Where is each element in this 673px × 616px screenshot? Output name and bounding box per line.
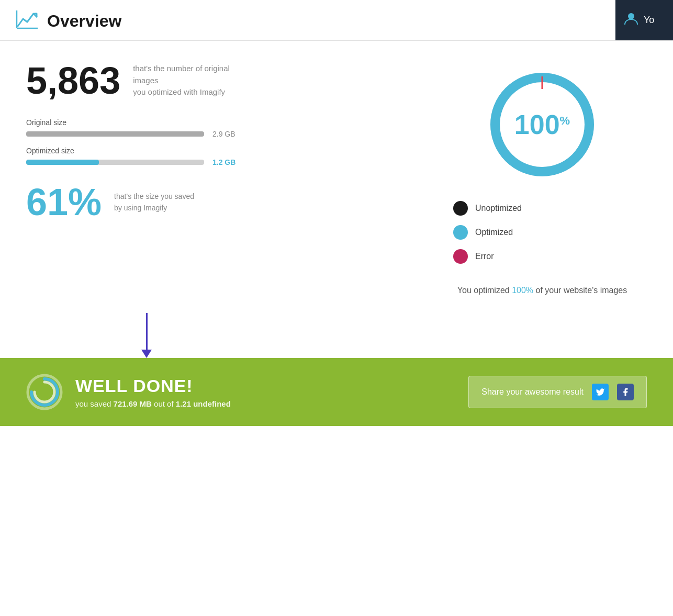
right-panel: 100% Unoptimized Optimized Error You opt… [443,62,642,297]
user-avatar-icon [624,11,638,29]
original-size-bar [26,131,204,137]
original-size-bar-row: 2.9 GB [26,130,411,138]
header: Overview Yo [0,0,673,41]
image-count-number: 5,863 [26,62,120,99]
main-content: 5,863 that's the number of original imag… [0,41,673,313]
donut-center-text: 100% [514,111,570,138]
legend-dot-optimized [453,225,468,240]
optimized-size-bar-row: 1.2 GB [26,158,411,166]
legend-dot-unoptimized [453,201,468,216]
chart-icon [16,9,39,33]
header-left: Overview [16,9,121,33]
imagify-logo [26,374,63,410]
legend-label-optimized: Optimized [475,228,513,237]
svg-point-2 [628,13,634,19]
banner-left: WELL DONE! you saved 721.69 MB out of 1.… [26,374,231,410]
legend-item-optimized: Optimized [453,225,631,240]
legend-label-unoptimized: Unoptimized [475,204,522,213]
facebook-icon[interactable] [617,384,634,400]
image-count-description: that's the number of original images you… [133,63,248,98]
donut-percent-sign: % [560,114,570,127]
arrow-down [141,313,152,358]
optimized-size-bar-fill [26,160,99,165]
green-banner: WELL DONE! you saved 721.69 MB out of 1.… [0,358,673,426]
legend-dot-error [453,249,468,264]
original-size-bar-fill [26,131,204,137]
page-title: Overview [47,12,121,31]
arrow-section [0,313,673,358]
original-size-value: 2.9 GB [212,130,235,138]
user-panel: Yo [615,0,673,40]
size-section: Original size 2.9 GB Optimized size 1.2 … [26,118,411,166]
legend-item-unoptimized: Unoptimized [453,201,631,216]
optimized-percent-highlight: 100% [512,286,533,295]
savings-percent: 61% [26,183,102,221]
chart-legend: Unoptimized Optimized Error [443,201,642,273]
share-box[interactable]: Share your awesome result [468,376,647,408]
banner-title: WELL DONE! [75,376,231,396]
optimized-size-bar [26,160,204,165]
donut-chart: 100% [485,67,600,182]
savings-row: 61% that's the size you saved by using I… [26,183,411,221]
legend-item-error: Error [453,249,631,264]
optimized-size-label: Optimized size [26,147,411,155]
optimized-summary-text: You optimized 100% of your website's ima… [457,284,627,297]
arrow-line [146,313,148,350]
arrow-head [141,350,152,358]
user-name-label: Yo [644,15,654,26]
savings-description: that's the size you saved by using Imagi… [114,191,194,214]
legend-label-error: Error [475,252,494,261]
donut-percent: 100% [514,109,570,140]
banner-text: WELL DONE! you saved 721.69 MB out of 1.… [75,376,231,408]
left-panel: 5,863 that's the number of original imag… [26,62,411,221]
banner-subtitle: you saved 721.69 MB out of 1.21 undefine… [75,399,231,408]
share-text: Share your awesome result [481,387,584,397]
image-count-row: 5,863 that's the number of original imag… [26,62,411,99]
twitter-icon[interactable] [592,384,609,400]
original-size-label: Original size [26,118,411,127]
optimized-size-value: 1.2 GB [212,158,235,166]
